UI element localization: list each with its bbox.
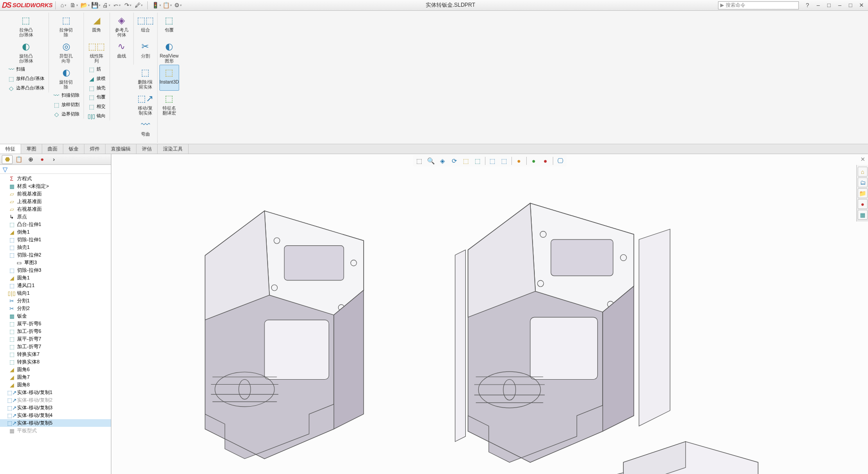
feature-item-0[interactable]: Σ方程式 — [0, 175, 111, 182]
qa-button-9[interactable]: 🚦▾ — [151, 1, 161, 10]
search-command-box[interactable]: ▶ 搜索命令 — [718, 1, 799, 9]
ribbon-cmd-5-1[interactable]: ◐RealView图形 — [159, 39, 179, 65]
qa-button-5[interactable]: ⤺▾ — [112, 1, 122, 10]
feature-item-12[interactable]: ⬚切除-拉伸3 — [0, 266, 111, 274]
ribbon-smallcmd-0-2-0[interactable]: 〰扫描 — [5, 65, 47, 74]
model-viewport[interactable] — [111, 154, 868, 474]
ribbon-cmd-4-4[interactable]: 〰弯曲 — [136, 117, 155, 143]
ribbon-cmd-2-1[interactable]: ⬚⬚线性阵列 — [87, 39, 106, 65]
feature-item-10[interactable]: ⬚切除-拉伸2 — [0, 251, 111, 259]
feature-item-2[interactable]: ▱前视基准面 — [0, 190, 111, 198]
ribbon-tab-3[interactable]: 钣金 — [63, 144, 84, 154]
ribbon-smallcmd-0-2-2[interactable]: ◇边界凸台/基体 — [5, 84, 47, 93]
fm-tab-2[interactable]: ⊕ — [25, 155, 36, 164]
tree-filter-bar[interactable]: ▽ — [0, 165, 111, 174]
qa-button-2[interactable]: 📂▾ — [80, 1, 90, 10]
fm-tab-4[interactable]: › — [48, 155, 59, 164]
ribbon-smallcmd-1-3-1[interactable]: ⬚放样切割 — [51, 100, 82, 109]
feature-item-27[interactable]: ◢圆角8 — [0, 381, 111, 389]
feature-item-21[interactable]: ⬚展平-折弯7 — [0, 335, 111, 343]
window-control-1[interactable]: ‒ — [813, 1, 823, 10]
ribbon-cmd-4-0[interactable]: ⬚⬚组合 — [136, 13, 155, 39]
qa-button-1[interactable]: 🗎▾ — [69, 1, 79, 10]
ribbon-smallcmd-2-3-2[interactable]: ▯|▯镜向 — [86, 111, 108, 120]
feature-item-6[interactable]: ⬚凸台-拉伸1 — [0, 221, 111, 228]
feature-item-19[interactable]: ⬚展平-折弯6 — [0, 320, 111, 328]
feature-item-15[interactable]: ▯|▯镜向1 — [0, 289, 111, 297]
feature-tree[interactable]: Σ方程式▦材质 <未指定>▱前视基准面▱上视基准面▱右视基准面↳原点⬚凸台-拉伸… — [0, 174, 111, 474]
feature-item-30[interactable]: ⬚↗实体-移动/复制3 — [0, 404, 111, 412]
feature-item-22[interactable]: ⬚加工-折弯7 — [0, 343, 111, 350]
ribbon-tab-4[interactable]: 焊件 — [84, 144, 106, 154]
fm-tab-1[interactable]: 📋 — [13, 155, 24, 164]
feature-item-11[interactable]: ▭草图3 — [0, 259, 111, 266]
ribbon-cmd-0-1[interactable]: ◐旋转凸台/基体 — [16, 39, 36, 65]
window-control-4[interactable]: □ — [846, 1, 855, 10]
feature-item-8[interactable]: ⬚切除-拉伸1 — [0, 236, 111, 244]
feature-item-29[interactable]: ⬚↗实体-移动/复制2 — [0, 396, 111, 404]
ribbon-tab-0[interactable]: 特征 — [0, 144, 21, 154]
graphics-area[interactable]: ✕ ⬚🔍◈⟳⬚⬚⬚⬚●●●🖵 ⌂🗂📁●▦ — [111, 154, 868, 474]
ribbon-smallcmd-2-2-1[interactable]: ◢拔模 — [86, 74, 108, 83]
ribbon-tab-6[interactable]: 评估 — [137, 144, 158, 154]
ribbon-smallcmd-2-2-0[interactable]: ⬚筋 — [86, 65, 108, 74]
feature-item-25[interactable]: ◢圆角6 — [0, 366, 111, 373]
window-control-0[interactable]: ? — [802, 1, 812, 10]
qa-button-0[interactable]: ⌂▾ — [58, 1, 68, 10]
feature-item-33[interactable]: ▦平板型式 — [0, 427, 111, 434]
feature-item-26[interactable]: ◢圆角7 — [0, 373, 111, 381]
feature-item-4[interactable]: ▱右视基准面 — [0, 205, 111, 213]
window-control-3[interactable]: ‒ — [835, 1, 845, 10]
feature-item-14[interactable]: ⬚通风口1 — [0, 282, 111, 289]
ribbon-smallcmd-2-3-0[interactable]: ⬚包覆 — [86, 93, 108, 102]
ribbon-cmd-4-2[interactable]: ⬚删除/保留实体 — [136, 65, 155, 91]
feature-item-1[interactable]: ▦材质 <未指定> — [0, 182, 111, 190]
qa-button-3[interactable]: 💾▾ — [91, 1, 101, 10]
feature-item-9[interactable]: ⬚抽壳1 — [0, 244, 111, 251]
ribbon-cmd-4-1[interactable]: ✂分割 — [136, 39, 155, 65]
qa-button-7[interactable]: 🖉▾ — [134, 1, 144, 10]
qa-button-10[interactable]: 📋▾ — [162, 1, 172, 10]
fm-tab-3[interactable]: ● — [37, 155, 48, 164]
ribbon-cmd-5-2[interactable]: ⬚Instant3D — [159, 65, 179, 91]
feature-item-5[interactable]: ↳原点 — [0, 213, 111, 221]
ribbon-cmd-3-0[interactable]: ◈参考几何体 — [112, 13, 132, 39]
ribbon-cmd-0-0[interactable]: ⬚拉伸凸台/基体 — [16, 13, 36, 39]
fm-tab-0[interactable]: ⬣ — [2, 155, 13, 164]
qa-button-6[interactable]: ↷▾ — [123, 1, 133, 10]
ribbon-cmd-2-0[interactable]: ◢圆角 — [87, 13, 106, 39]
ribbon-cmd-4-3[interactable]: ⬚↗移动/复制实体 — [136, 91, 155, 117]
window-control-5[interactable]: ✕ — [856, 1, 866, 10]
feature-item-18[interactable]: ▦钣金 — [0, 312, 111, 320]
qa-button-11[interactable]: ⚙▾ — [173, 1, 183, 10]
feature-item-32[interactable]: ⬚↗实体-移动/复制5 — [0, 419, 111, 427]
ribbon-tab-1[interactable]: 草图 — [21, 144, 42, 154]
feature-item-7[interactable]: ◢倒角1 — [0, 228, 111, 236]
ribbon-tab-7[interactable]: 渲染工具 — [158, 144, 189, 154]
ribbon-smallcmd-1-3-0[interactable]: 〰扫描切除 — [51, 91, 82, 100]
ribbon-smallcmd-2-3-1[interactable]: ⬚相交 — [86, 102, 108, 111]
ribbon-tab-5[interactable]: 直接编辑 — [106, 144, 137, 154]
feature-item-13[interactable]: ◢圆角1 — [0, 274, 111, 282]
feature-item-23[interactable]: ⬚转换实体7 — [0, 350, 111, 358]
ribbon-cmd-1-1[interactable]: ◎异型孔向导 — [56, 39, 76, 65]
qa-button-4[interactable]: 🖨▾ — [101, 1, 111, 10]
feature-item-3[interactable]: ▱上视基准面 — [0, 198, 111, 205]
ribbon-cmd-1-0[interactable]: ⬚拉伸切除 — [56, 13, 76, 39]
feature-item-31[interactable]: ⬚↗实体-移动/复制4 — [0, 412, 111, 419]
window-control-2[interactable]: □ — [824, 1, 834, 10]
qa-icon: 💾 — [91, 2, 98, 9]
feature-item-28[interactable]: ⬚↗实体-移动/复制1 — [0, 389, 111, 396]
feature-item-17[interactable]: ✂分割2 — [0, 305, 111, 312]
ribbon-cmd-3-1[interactable]: ∿曲线 — [112, 39, 132, 65]
ribbon-smallcmd-1-3-2[interactable]: ◇边界切除 — [51, 110, 82, 119]
ribbon-smallcmd-0-2-1[interactable]: ⬚放样凸台/基体 — [5, 74, 47, 83]
feature-item-20[interactable]: ⬚加工-折弯6 — [0, 328, 111, 335]
ribbon-cmd-5-0[interactable]: ⬚包覆 — [159, 13, 179, 39]
ribbon-tab-2[interactable]: 曲面 — [42, 144, 63, 154]
ribbon-cmd-5-3[interactable]: ⬚特征名翻译宏 — [159, 91, 179, 117]
feature-item-24[interactable]: ⬚转换实体8 — [0, 358, 111, 366]
ribbon-cmd-1-2[interactable]: ◐旋转切除 — [56, 65, 76, 91]
ribbon-smallcmd-2-2-2[interactable]: ⬚抽壳 — [86, 84, 108, 93]
feature-item-16[interactable]: ✂分割1 — [0, 297, 111, 305]
